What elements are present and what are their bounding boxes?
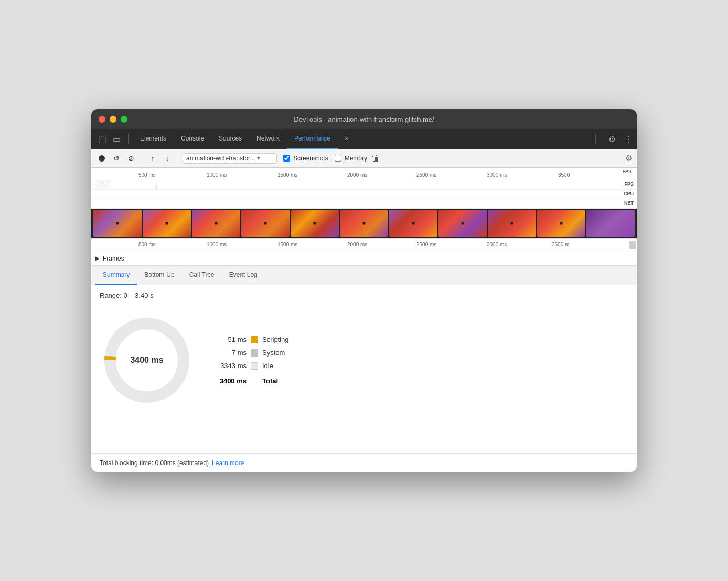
timeline-scrollbar-thumb[interactable] (629, 241, 636, 249)
trash-icon[interactable]: 🗑 (371, 154, 380, 163)
summary-content: 3400 ms 51 ms Scripting 7 ms System 3343… (100, 308, 628, 413)
dropdown-arrow-icon: ▾ (257, 155, 260, 162)
ruler-2000ms: 2000 ms (347, 172, 367, 178)
devtools-tabbar: ⬚ ▭ Elements Console Sources Network Per… (91, 129, 637, 149)
bot-ruler-3500ms: 3500 m (552, 242, 569, 248)
screenshot-4[interactable] (241, 210, 290, 237)
device-icon[interactable]: ▭ (110, 134, 124, 144)
screenshots-label[interactable]: Screenshots (293, 155, 328, 162)
bot-ruler-2500ms: 2500 ms (416, 242, 436, 248)
frames-triangle-icon: ▶ (95, 255, 100, 261)
learn-more-link[interactable]: Learn more (212, 459, 244, 467)
frames-label: Frames (103, 255, 124, 262)
system-value: 7 ms (215, 349, 247, 357)
system-label: System (262, 349, 285, 357)
screenshot-10[interactable] (537, 210, 585, 237)
frames-row[interactable]: ▶ Frames (91, 251, 637, 265)
status-text: Total blocking time: 0.00ms (estimated) (100, 459, 209, 467)
tab-divider-1 (128, 134, 129, 144)
summary-legend: 51 ms Scripting 7 ms System 3343 ms Idle… (215, 336, 289, 385)
more-icon[interactable]: ⋮ (624, 134, 633, 144)
tab-network[interactable]: Network (249, 129, 287, 149)
maximize-button[interactable] (121, 116, 127, 123)
window-title: DevTools - animation-with-transform.glit… (294, 115, 434, 123)
bot-ruler-1000ms: 1000 ms (207, 242, 227, 248)
memory-checkbox-row: Memory (335, 155, 367, 162)
idle-swatch (251, 362, 258, 370)
net-track-label: NET (624, 200, 634, 206)
tab-event-log[interactable]: Event Log (222, 266, 265, 285)
screenshot-7[interactable] (389, 210, 437, 237)
tab-more[interactable]: » (338, 129, 356, 149)
tab-performance[interactable]: Performance (287, 129, 338, 149)
range-label: Range: 0 – 3.40 s (100, 292, 628, 299)
screenshots-checkbox-row: Screenshots (283, 155, 328, 162)
screenshot-8[interactable] (438, 210, 487, 237)
screenshot-2[interactable] (143, 210, 191, 237)
ruler-500ms: 500 ms (138, 172, 156, 178)
tab-divider-2 (595, 134, 596, 144)
legend-total: 3400 ms Total (215, 377, 289, 385)
tab-call-tree[interactable]: Call Tree (182, 266, 222, 285)
upload-button[interactable]: ↑ (146, 152, 159, 165)
tab-elements[interactable]: Elements (133, 129, 174, 149)
toolbar: ↺ ⊘ ↑ ↓ animation-with-transfor... ▾ Scr… (91, 149, 637, 168)
total-value: 3400 ms (215, 377, 247, 385)
net-track: NET (91, 199, 637, 209)
screenshot-6[interactable] (340, 210, 388, 237)
screenshot-9[interactable] (488, 210, 536, 237)
tab-console[interactable]: Console (174, 129, 211, 149)
tab-bottom-up[interactable]: Bottom-Up (137, 266, 181, 285)
cpu-track-label: CPU (624, 191, 634, 196)
screenshot-3[interactable] (192, 210, 240, 237)
minimize-button[interactable] (110, 116, 116, 123)
scripting-label: Scripting (262, 336, 289, 343)
legend-system: 7 ms System (215, 349, 289, 357)
cursor-icon[interactable]: ⬚ (95, 134, 110, 144)
ruler-1000ms: 1000 ms (207, 172, 227, 178)
ruler-2500ms: 2500 ms (416, 172, 436, 178)
url-dropdown[interactable]: animation-with-transfor... ▾ (183, 153, 277, 164)
cpu-track: CPU (91, 190, 637, 199)
screenshot-5[interactable] (291, 210, 339, 237)
fps-hash (95, 180, 111, 188)
screenshots-checkbox[interactable] (283, 155, 290, 162)
record-button[interactable] (95, 152, 108, 165)
tab-sources[interactable]: Sources (211, 129, 249, 149)
toolbar-divider-1 (142, 153, 142, 164)
ruler-1500ms: 1500 ms (277, 172, 297, 178)
download-button[interactable]: ↓ (161, 152, 174, 165)
screenshot-strip (91, 209, 637, 238)
reload-button[interactable]: ↺ (110, 152, 123, 165)
memory-checkbox[interactable] (335, 155, 341, 162)
bot-ruler-1500ms: 1500 ms (277, 242, 297, 248)
fps-label: FPS (622, 169, 631, 174)
legend-idle: 3343 ms Idle (215, 362, 289, 370)
bot-ruler-2000ms: 2000 ms (347, 242, 367, 248)
legend-scripting: 51 ms Scripting (215, 336, 289, 343)
scripting-swatch (251, 336, 258, 343)
screenshot-11[interactable] (586, 210, 635, 237)
donut-center-text: 3400 ms (130, 356, 163, 365)
clear-button[interactable]: ⊘ (125, 152, 137, 165)
fps-spike (152, 181, 161, 189)
settings-icon[interactable]: ⚙ (608, 134, 616, 144)
panel-tabs: Summary Bottom-Up Call Tree Event Log (91, 266, 637, 285)
idle-label: Idle (262, 362, 273, 370)
scripting-value: 51 ms (215, 336, 247, 343)
tab-summary[interactable]: Summary (95, 266, 137, 285)
devtools-window: DevTools - animation-with-transform.glit… (91, 109, 637, 472)
ruler-3000ms: 3000 ms (487, 172, 507, 178)
timeline-top-ruler: FPS 500 ms 1000 ms 1500 ms 2000 ms 2500 … (91, 168, 637, 179)
timeline-area: FPS 500 ms 1000 ms 1500 ms 2000 ms 2500 … (91, 168, 637, 266)
titlebar: DevTools - animation-with-transform.glit… (91, 109, 637, 129)
total-label: Total (262, 377, 278, 385)
toolbar-divider-2 (178, 153, 178, 164)
url-text: animation-with-transfor... (186, 155, 255, 162)
donut-chart: 3400 ms (100, 313, 194, 407)
memory-label[interactable]: Memory (345, 155, 367, 162)
toolbar-settings-icon[interactable]: ⚙ (625, 153, 633, 163)
ruler-3500ms: 3500 (558, 172, 570, 178)
screenshot-1[interactable] (93, 210, 142, 237)
close-button[interactable] (99, 116, 105, 123)
